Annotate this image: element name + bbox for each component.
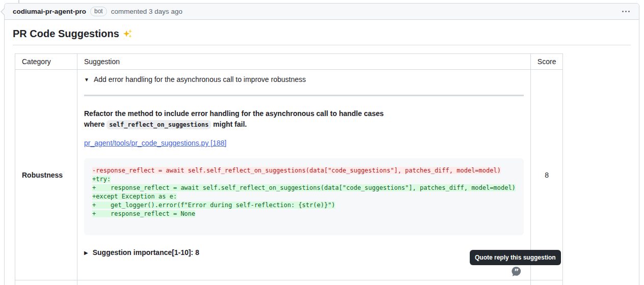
triangle-right-icon: ▶	[84, 250, 88, 255]
next-score-cell	[530, 280, 563, 285]
suggestion-summary-text: Add error handling for the asynchronous …	[94, 75, 306, 83]
divider	[84, 95, 524, 96]
column-header-category: Category	[15, 54, 77, 70]
description-line2-suffix: might fail.	[211, 120, 247, 128]
diff-line: -response_reflect = await self.self_refl…	[92, 167, 501, 174]
triangle-down-icon: ▼	[84, 77, 89, 82]
file-link[interactable]: pr_agent/tools/pr_code_suggestions.py [1…	[84, 139, 226, 147]
inline-code: self_reflect_on_suggestions	[106, 120, 211, 129]
page-title-text: PR Code Suggestions	[13, 28, 119, 40]
kebab-menu-icon[interactable]	[621, 9, 631, 14]
next-suggestion-row	[15, 280, 563, 285]
importance-text: Suggestion importance[1-10]: 8	[93, 248, 199, 256]
diff-line: +except Exception as e:	[92, 193, 177, 200]
comment-timestamp: commented 3 days ago	[111, 8, 182, 15]
comment-author[interactable]: codiumai-pr-agent-pro	[13, 8, 86, 15]
column-header-score: Score	[530, 54, 563, 70]
description-line2-prefix: where	[84, 120, 106, 128]
suggestion-description: Refactor the method to include error han…	[84, 108, 524, 130]
diff-line: +try:	[92, 176, 111, 183]
column-header-suggestion: Suggestion	[77, 54, 531, 70]
next-category-cell	[15, 280, 77, 285]
table-header-row: Category Suggestion Score	[15, 54, 563, 70]
suggestion-row: Robustness ▼ Add error handling for the …	[15, 70, 563, 280]
category-cell: Robustness	[15, 70, 77, 280]
diff-code: -response_reflect = await self.self_refl…	[84, 158, 524, 235]
suggestion-summary-toggle[interactable]: ▼ Add error handling for the asynchronou…	[84, 75, 524, 83]
diff-line: + response_reflect = None	[92, 210, 195, 217]
quote-reply-icon[interactable]: ”	[511, 266, 522, 277]
kebab-dot	[622, 11, 624, 12]
comment-body: PR Code Suggestions Category Suggestion …	[5, 20, 639, 285]
sparkles-icon	[122, 28, 133, 40]
svg-text:”: ”	[514, 267, 518, 275]
suggestion-cell: ▼ Add error handling for the asynchronou…	[77, 70, 531, 280]
comment-header: codiumai-pr-agent-pro bot commented 3 da…	[5, 4, 639, 20]
page-title: PR Code Suggestions	[13, 28, 631, 45]
kebab-dot	[625, 11, 627, 12]
quote-reply-tooltip: Quote reply this suggestion	[470, 250, 561, 265]
score-cell: 8	[530, 70, 563, 280]
kebab-dot	[628, 11, 630, 12]
description-line1: Refactor the method to include error han…	[84, 109, 384, 118]
comment-card: codiumai-pr-agent-pro bot commented 3 da…	[4, 3, 639, 285]
bot-badge: bot	[90, 7, 107, 16]
comment-caret-fill	[2, 8, 5, 15]
diff-line: + response_reflect = await self.self_ref…	[92, 184, 516, 191]
next-suggestion-cell	[77, 280, 531, 285]
diff-line: + get_logger().error(f"Error during self…	[92, 202, 335, 209]
importance-toggle[interactable]: ▶ Suggestion importance[1-10]: 8	[84, 248, 524, 256]
